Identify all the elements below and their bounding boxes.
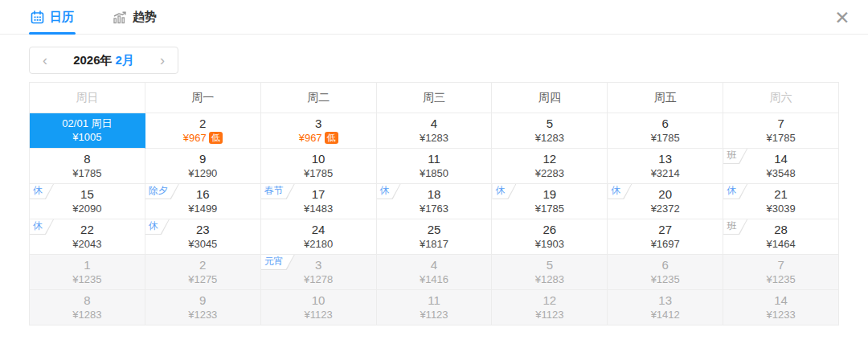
weekday-header: 周四 — [492, 83, 608, 113]
day-number: 4 — [431, 117, 437, 132]
day-cell[interactable]: 4¥1283 — [377, 113, 493, 149]
day-cell[interactable]: 11¥1850 — [377, 149, 493, 184]
day-cell[interactable]: 9¥1233 — [145, 290, 261, 325]
day-cell[interactable]: 9¥1290 — [145, 149, 261, 184]
day-cell[interactable]: 班14¥3548 — [723, 149, 839, 184]
price-label: ¥1278 — [304, 273, 333, 286]
price-label: ¥1697 — [651, 238, 680, 251]
day-cell[interactable]: 11¥1123 — [377, 290, 493, 325]
holiday-tag: 元宵 — [261, 255, 295, 270]
day-number: 1 — [84, 258, 90, 273]
day-cell[interactable]: 休19¥1785 — [492, 184, 608, 219]
close-icon[interactable]: ✕ — [831, 6, 854, 29]
day-number: 7 — [777, 258, 784, 273]
day-cell[interactable]: 休22¥2043 — [30, 219, 145, 255]
day-cell[interactable]: 2¥1275 — [145, 255, 261, 290]
prev-month-button[interactable]: ‹ — [41, 53, 49, 68]
day-cell[interactable]: 8¥1283 — [30, 290, 145, 325]
price-label: ¥3214 — [651, 167, 680, 180]
day-cell[interactable]: 5¥1283 — [492, 113, 608, 149]
day-cell[interactable]: 除夕16¥1499 — [145, 184, 261, 219]
day-number: 16 — [196, 187, 210, 203]
day-cell[interactable]: 27¥1697 — [608, 219, 723, 255]
holiday-tag: 休 — [608, 184, 632, 199]
price-label: ¥1785 — [304, 167, 333, 180]
day-number: 22 — [80, 223, 94, 238]
price-label: ¥967低 — [183, 132, 223, 145]
day-number: 2 — [199, 117, 206, 132]
day-cell[interactable]: 6¥1785 — [608, 113, 723, 149]
price-label: ¥1464 — [766, 238, 795, 251]
day-number: 14 — [774, 293, 788, 309]
next-month-button[interactable]: › — [158, 53, 166, 68]
price-label: ¥1233 — [188, 309, 217, 321]
day-number: 02/01 周日 — [62, 117, 112, 130]
holiday-tag: 休 — [30, 219, 54, 235]
month-label: 2月 — [116, 53, 134, 67]
day-cell[interactable]: 休20¥2372 — [608, 184, 723, 219]
day-number: 18 — [428, 187, 441, 203]
day-cell[interactable]: 1¥1235 — [30, 255, 145, 290]
day-number: 24 — [312, 223, 326, 238]
day-number: 19 — [543, 187, 557, 203]
day-number: 25 — [428, 223, 441, 238]
year-label: 2026年 — [73, 53, 112, 67]
day-cell[interactable]: 26¥1903 — [492, 219, 608, 255]
day-cell[interactable]: 6¥1235 — [608, 255, 723, 290]
weekday-header: 周二 — [261, 83, 377, 113]
day-cell[interactable]: 休18¥1763 — [377, 184, 493, 219]
low-price-badge: 低 — [209, 132, 223, 144]
price-label: ¥1483 — [304, 203, 333, 215]
price-label: ¥1005 — [72, 131, 101, 144]
day-cell[interactable]: 7¥1235 — [723, 255, 839, 290]
day-cell[interactable]: 休23¥3045 — [145, 219, 261, 255]
day-cell[interactable]: 4¥1416 — [377, 255, 493, 290]
day-number: 3 — [315, 117, 321, 132]
day-cell[interactable]: 13¥1412 — [608, 290, 723, 325]
day-cell[interactable]: 7¥1785 — [723, 113, 839, 149]
price-label: ¥1235 — [651, 273, 680, 286]
day-cell[interactable]: 班28¥1464 — [723, 219, 839, 255]
day-cell[interactable]: 25¥1817 — [377, 219, 493, 255]
price-label: ¥1283 — [535, 132, 564, 145]
day-cell[interactable]: 12¥2283 — [492, 149, 608, 184]
price-label: ¥1290 — [188, 167, 217, 180]
day-cell[interactable]: 14¥1233 — [723, 290, 839, 325]
day-cell[interactable]: 5¥1283 — [492, 255, 608, 290]
day-cell[interactable]: 2¥967低 — [145, 113, 261, 149]
day-cell[interactable]: 10¥1123 — [261, 290, 377, 325]
workday-tag: 班 — [723, 219, 747, 235]
price-label: ¥1903 — [535, 238, 564, 251]
day-cell[interactable]: 10¥1785 — [261, 149, 377, 184]
day-number: 26 — [543, 223, 557, 238]
day-cell[interactable]: 3¥967低 — [261, 113, 377, 149]
day-number: 17 — [312, 187, 326, 203]
day-cell[interactable]: 8¥1785 — [30, 149, 145, 184]
day-cell[interactable]: 元宵3¥1278 — [261, 255, 377, 290]
day-number: 8 — [84, 152, 90, 167]
calendar-grid: 周日周一周二周三周四周五周六02/01 周日¥10052¥967低3¥967低4… — [29, 82, 839, 325]
day-number: 28 — [774, 223, 788, 238]
day-cell[interactable]: 休21¥3039 — [723, 184, 839, 219]
day-cell[interactable]: 12¥1123 — [492, 290, 608, 325]
day-number: 14 — [774, 152, 788, 167]
day-cell[interactable]: 02/01 周日¥1005 — [30, 113, 145, 149]
price-label: ¥967低 — [299, 132, 338, 145]
weekday-header: 周六 — [723, 83, 839, 113]
trend-chart-icon — [113, 10, 127, 24]
price-label: ¥1785 — [535, 203, 564, 215]
holiday-tag: 休 — [492, 184, 516, 199]
day-number: 12 — [543, 293, 557, 309]
day-number: 2 — [199, 258, 206, 273]
tab-trend[interactable]: 趋势 — [111, 0, 158, 34]
day-number: 12 — [543, 152, 557, 167]
day-cell[interactable]: 休15¥2090 — [30, 184, 145, 219]
day-cell[interactable]: 13¥3214 — [608, 149, 723, 184]
tab-calendar[interactable]: 日历 — [29, 0, 76, 34]
day-cell[interactable]: 春节17¥1483 — [261, 184, 377, 219]
price-label: ¥1235 — [72, 273, 101, 286]
holiday-tag: 除夕 — [145, 184, 179, 199]
day-number: 13 — [658, 152, 672, 167]
day-cell[interactable]: 24¥2180 — [261, 219, 377, 255]
weekday-header: 周日 — [30, 83, 145, 113]
